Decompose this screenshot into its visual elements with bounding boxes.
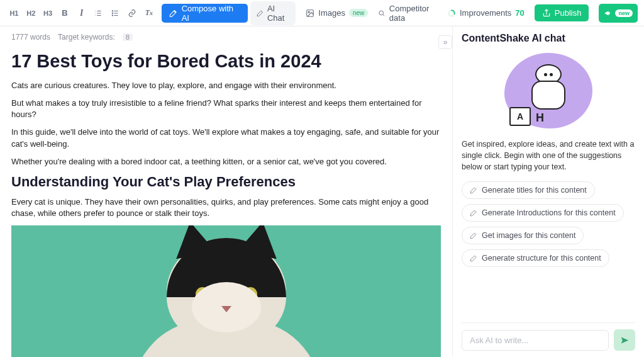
improvements-tab[interactable]: Improvements 70 [447,8,525,18]
images-tab[interactable]: Images new [306,8,368,18]
announcement-new-badge: new [615,9,633,17]
chat-input-row [462,322,635,351]
target-keywords-label: Target keywords: [58,33,115,42]
chip-label: Generate structure for this content [482,254,601,263]
progress-ring-icon [447,9,456,18]
suggestion-chip-intros[interactable]: Generate Introductions for this content [462,204,624,222]
word-count: 1777 words [11,33,50,42]
heading1-button[interactable]: H1 [6,5,22,21]
suggestion-chip-images[interactable]: Get images for this content [462,227,584,244]
competitor-tab[interactable]: Competitor data [378,4,437,23]
sidebar-title: ContentShake AI chat [462,33,635,44]
document-title[interactable]: 17 Best Toys for Bored Cats in 2024 [11,50,441,72]
search-icon [378,9,386,18]
bold-button[interactable]: B [57,5,72,21]
suggestion-chip-structure[interactable]: Generate structure for this content [462,249,609,267]
heading-2[interactable]: Understanding Your Cat's Play Preference… [11,174,441,190]
link-button[interactable] [125,5,140,21]
compose-ai-button[interactable]: Compose with AI [162,4,247,23]
wand-icon [257,9,264,18]
competitor-label: Competitor data [389,4,437,23]
suggestion-chip-titles[interactable]: Generate titles for this content [462,181,595,199]
ai-illustration: A H [504,53,592,128]
paragraph[interactable]: Whether you're dealing with a bored indo… [11,156,441,167]
ai-chat-label: AI Chat [267,4,289,23]
improvements-count: 70 [515,8,524,18]
heading2-button[interactable]: H2 [23,5,39,21]
send-icon [620,336,630,345]
toolbar-right: AI Chat Images new Competitor data Impro… [250,1,638,25]
sidebar-description: Get inspired, explore ideas, and create … [462,139,635,173]
announcement-button[interactable]: new [599,4,638,23]
svg-point-4 [308,11,309,13]
chip-label: Generate titles for this content [482,186,587,195]
paragraph[interactable]: In this guide, we'll delve into the worl… [11,127,441,149]
chevron-right-icon: » [443,38,448,47]
meta-row: 1777 words Target keywords: 8 [11,33,441,42]
collapse-sidebar-button[interactable]: » [438,35,452,49]
editor: 1777 words Target keywords: 8 17 Best To… [0,26,452,357]
ai-chat-tab[interactable]: AI Chat [250,1,296,25]
paragraph[interactable]: Every cat is unique. They have their own… [11,196,441,219]
share-icon [542,9,551,18]
images-new-badge: new [349,9,368,17]
improvements-label: Improvements [460,8,511,18]
unordered-list-button[interactable] [108,5,123,21]
wand-icon [470,186,477,194]
publish-button[interactable]: Publish [535,4,589,21]
image-icon [306,9,314,18]
paragraph[interactable]: Cats are curious creatures. They love to… [11,80,441,91]
wand-icon [470,254,477,262]
images-label: Images [318,8,345,18]
send-button[interactable] [614,329,635,351]
paragraph[interactable]: But what makes a toy truly irresistible … [11,98,441,120]
compose-ai-label: Compose with AI [182,4,240,23]
svg-point-0 [113,10,113,11]
wand-icon [470,232,477,239]
main: 1777 words Target keywords: 8 17 Best To… [0,26,644,357]
svg-point-5 [379,11,384,15]
hero-image [11,225,441,357]
keywords-count[interactable]: 8 [123,33,133,41]
toolbar: H1 H2 H3 B I Tx Compose with AI AI Chat … [0,0,644,26]
chat-input[interactable] [462,330,609,351]
wand-icon [470,209,477,217]
heading3-button[interactable]: H3 [40,5,56,21]
chip-label: Generate Introductions for this content [482,208,616,217]
publish-label: Publish [555,8,582,18]
chip-label: Get images for this content [482,231,575,240]
svg-point-1 [113,13,113,13]
wand-icon [169,9,177,18]
italic-button[interactable]: I [74,5,89,21]
ai-chat-sidebar: ContentShake AI chat A H Get inspired, e… [452,26,644,357]
megaphone-icon [604,9,613,18]
ordered-list-button[interactable] [91,5,106,21]
clear-format-button[interactable]: Tx [142,5,157,21]
cat-illustration [126,244,327,357]
svg-point-2 [113,14,113,15]
